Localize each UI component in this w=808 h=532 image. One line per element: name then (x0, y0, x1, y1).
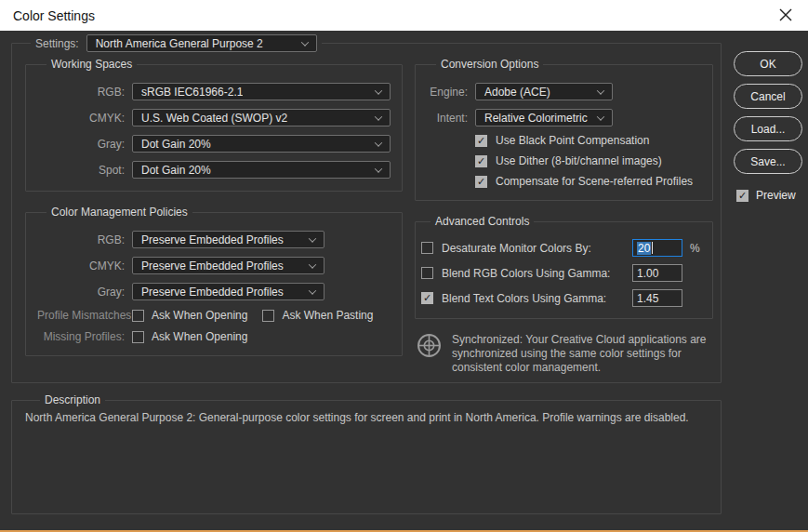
use-dither-checkbox[interactable] (475, 155, 487, 167)
policy-rgb-row: RGB: Preserve Embedded Profiles (37, 231, 391, 248)
working-spaces-cmyk-row: CMYK: U.S. Web Coated (SWOP) v2 (37, 109, 391, 126)
desaturate-percent-value: 20 (637, 242, 651, 255)
percent-suffix: % (690, 242, 703, 255)
use-dither-label[interactable]: Use Dither (8-bit/channel images) (496, 154, 662, 167)
title-bar: Color Settings (0, 0, 808, 31)
right-column: Conversion Options Engine: Adobe (ACE) I… (415, 58, 713, 376)
blend-rgb-gamma-input[interactable]: 1.00 (632, 264, 682, 282)
policy-gray-row: Gray: Preserve Embedded Profiles (37, 283, 391, 300)
cmyk-profile-dropdown[interactable]: U.S. Web Coated (SWOP) v2 (132, 109, 391, 126)
save-button[interactable]: Save... (734, 149, 802, 174)
missing-ask-opening-label[interactable]: Ask When Opening (152, 330, 247, 343)
use-dither-row: Use Dither (8-bit/channel images) (475, 154, 701, 167)
working-spaces-gray-row: Gray: Dot Gain 20% (37, 135, 391, 153)
chevron-down-icon (375, 139, 382, 146)
working-spaces-spot-row: Spot: Dot Gain 20% (37, 161, 391, 179)
settings-dropdown[interactable]: North America General Purpose 2 (86, 34, 317, 52)
working-spaces-title: Working Spaces (46, 58, 137, 71)
blend-rgb-row: Blend RGB Colors Using Gamma: 1.00 (421, 264, 703, 282)
mismatch-ask-pasting-label[interactable]: Ask When Pasting (282, 309, 373, 322)
blend-rgb-gamma-value: 1.00 (637, 267, 658, 280)
text-cursor (652, 242, 653, 254)
gray-label: Gray: (37, 286, 125, 299)
engine-label: Engine: (427, 86, 468, 99)
dialog-title: Color Settings (13, 8, 95, 23)
policy-gray-dropdown[interactable]: Preserve Embedded Profiles (132, 283, 325, 300)
creative-cloud-sync-icon (417, 333, 442, 361)
chevron-down-icon (375, 113, 382, 120)
left-column: Working Spaces RGB: sRGB IEC61966-2.1 CM… (25, 58, 403, 376)
chevron-down-icon (597, 113, 604, 120)
scene-referred-checkbox[interactable] (475, 176, 487, 188)
cmyk-profile-value: U.S. Web Coated (SWOP) v2 (141, 112, 287, 125)
settings-row: Settings: North America General Purpose … (31, 34, 322, 52)
main-settings-panel: Settings: North America General Purpose … (11, 34, 722, 383)
policy-rgb-dropdown[interactable]: Preserve Embedded Profiles (132, 231, 325, 248)
description-title: Description (40, 393, 105, 406)
chevron-down-icon (375, 86, 382, 94)
desaturate-percent-input[interactable]: 20 (632, 239, 682, 257)
working-spaces-rgb-row: RGB: sRGB IEC61966-2.1 (37, 83, 391, 100)
missing-ask-opening-item: Ask When Opening (132, 330, 247, 343)
black-point-compensation-checkbox[interactable] (475, 135, 487, 147)
conversion-options-group: Conversion Options Engine: Adobe (ACE) I… (415, 58, 713, 201)
missing-ask-opening-checkbox[interactable] (132, 331, 144, 343)
black-point-compensation-label[interactable]: Use Black Point Compensation (496, 134, 649, 147)
policy-rgb-value: Preserve Embedded Profiles (141, 233, 284, 246)
settings-dropdown-value: North America General Purpose 2 (96, 37, 263, 50)
cancel-button[interactable]: Cancel (734, 84, 802, 109)
engine-dropdown[interactable]: Adobe (ACE) (475, 83, 613, 100)
blend-text-label[interactable]: Blend Text Colors Using Gamma: (442, 292, 632, 305)
preview-row: Preview (736, 189, 806, 202)
rgb-profile-dropdown[interactable]: sRGB IEC61966-2.1 (132, 83, 391, 100)
black-point-row: Use Black Point Compensation (475, 134, 701, 147)
load-button[interactable]: Load... (734, 116, 802, 141)
cmyk-label: CMYK: (37, 112, 125, 125)
profile-mismatches-label: Profile Mismatches: (37, 309, 125, 322)
mismatch-ask-pasting-checkbox[interactable] (262, 310, 274, 322)
conversion-options-title: Conversion Options (436, 58, 543, 71)
missing-profiles-row: Missing Profiles: Ask When Opening (37, 330, 391, 343)
intent-dropdown[interactable]: Relative Colorimetric (475, 109, 613, 126)
ok-button[interactable]: OK (734, 51, 802, 76)
close-icon[interactable] (772, 2, 800, 28)
gray-profile-dropdown[interactable]: Dot Gain 20% (132, 135, 391, 153)
spot-profile-dropdown[interactable]: Dot Gain 20% (132, 161, 391, 179)
spot-label: Spot: (37, 164, 125, 177)
blend-text-gamma-input[interactable]: 1.45 (632, 289, 682, 307)
description-text: North America General Purpose 2: General… (23, 411, 709, 426)
blend-rgb-label[interactable]: Blend RGB Colors Using Gamma: (442, 267, 632, 280)
rgb-label: RGB: (37, 233, 125, 246)
desaturate-checkbox[interactable] (421, 242, 433, 254)
mismatch-ask-pasting-item: Ask When Pasting (262, 309, 373, 322)
settings-label: Settings: (35, 37, 79, 50)
mismatch-ask-opening-label[interactable]: Ask When Opening (152, 309, 247, 322)
desaturate-label[interactable]: Desaturate Monitor Colors By: (442, 242, 632, 255)
intent-row: Intent: Relative Colorimetric (427, 109, 701, 126)
working-spaces-group: Working Spaces RGB: sRGB IEC61966-2.1 CM… (25, 58, 403, 192)
advanced-controls-group: Advanced Controls Desaturate Monitor Col… (415, 215, 713, 319)
rgb-label: RGB: (37, 86, 125, 99)
preview-checkbox[interactable] (736, 190, 748, 202)
rgb-profile-value: sRGB IEC61966-2.1 (141, 86, 243, 99)
intent-value: Relative Colorimetric (484, 112, 588, 125)
blend-text-gamma-value: 1.45 (637, 292, 658, 305)
policy-gray-value: Preserve Embedded Profiles (141, 286, 284, 299)
gray-profile-value: Dot Gain 20% (141, 138, 211, 151)
color-management-policies-group: Color Management Policies RGB: Preserve … (25, 206, 403, 356)
blend-rgb-checkbox[interactable] (421, 267, 433, 279)
chevron-down-icon (309, 234, 316, 242)
policy-cmyk-dropdown[interactable]: Preserve Embedded Profiles (132, 257, 325, 274)
preview-label[interactable]: Preview (756, 189, 796, 202)
advanced-controls-title: Advanced Controls (430, 215, 534, 228)
dialog-buttons: OK Cancel Load... Save... Preview (734, 51, 806, 202)
mismatch-ask-opening-item: Ask When Opening (132, 309, 247, 322)
cmyk-label: CMYK: (37, 259, 125, 273)
mismatch-ask-opening-checkbox[interactable] (132, 310, 144, 322)
missing-profiles-label: Missing Profiles: (37, 330, 125, 343)
chevron-down-icon (309, 286, 316, 294)
chevron-down-icon (375, 165, 382, 172)
policy-cmyk-row: CMYK: Preserve Embedded Profiles (37, 257, 391, 274)
blend-text-checkbox[interactable] (421, 292, 433, 304)
scene-referred-label[interactable]: Compensate for Scene-referred Profiles (496, 175, 693, 188)
